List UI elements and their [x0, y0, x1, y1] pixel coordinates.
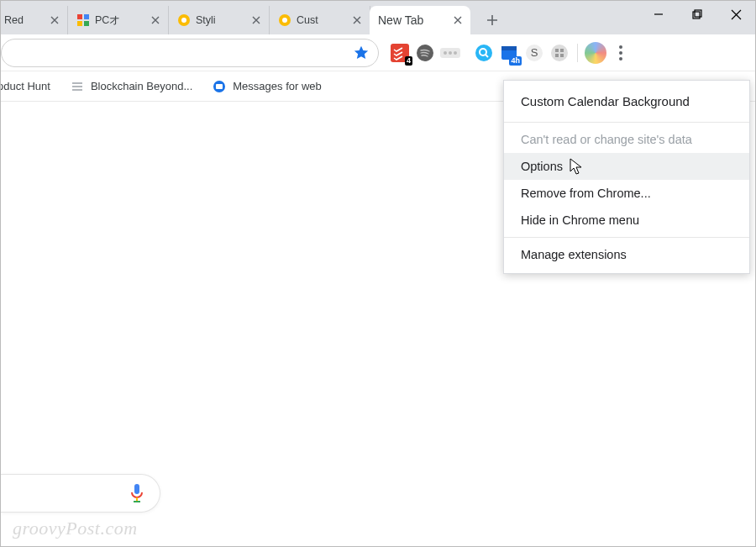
- tab-2[interactable]: Styli: [169, 6, 270, 34]
- extension-todoist-icon[interactable]: 4: [389, 42, 411, 64]
- svg-point-7: [282, 18, 287, 23]
- tab-0[interactable]: Red: [1, 6, 68, 34]
- maximize-button[interactable]: [678, 1, 717, 28]
- bookmark-label: Blockchain Beyond...: [91, 80, 192, 92]
- svg-rect-19: [501, 46, 517, 50]
- extension-badge: 4: [405, 56, 412, 66]
- extension-calendar-icon[interactable]: 4h: [498, 42, 520, 64]
- tab-3[interactable]: Cust: [270, 6, 370, 34]
- svg-point-16: [475, 45, 492, 61]
- svg-point-14: [449, 51, 452, 55]
- bookmark-product-hunt[interactable]: oduct Hunt: [0, 80, 50, 92]
- menu-item-hide[interactable]: Hide in Chrome menu: [504, 207, 749, 234]
- tab-label: PCオ: [95, 13, 144, 28]
- tab-label: Styli: [196, 14, 245, 26]
- profile-avatar[interactable]: [585, 42, 606, 64]
- favicon-icon: [177, 13, 191, 27]
- extension-search-icon[interactable]: [473, 42, 495, 64]
- svg-rect-3: [84, 21, 89, 26]
- svg-point-27: [619, 45, 622, 49]
- svg-point-29: [619, 57, 622, 60]
- bookmark-label: Messages for web: [233, 80, 322, 92]
- close-window-button[interactable]: [717, 1, 755, 28]
- extension-spotify-icon[interactable]: [414, 42, 436, 64]
- svg-rect-32: [134, 484, 139, 494]
- watermark-text: groovyPost.com: [13, 518, 138, 539]
- close-icon[interactable]: [250, 14, 262, 26]
- chrome-menu-button[interactable]: [610, 42, 632, 64]
- address-bar[interactable]: [1, 39, 379, 67]
- favicon-icon: [76, 13, 90, 27]
- tab-strip: Red PCオ Styli Cust New Tab: [1, 1, 755, 34]
- menu-item-label: Options: [521, 160, 563, 173]
- svg-rect-25: [555, 54, 559, 57]
- svg-rect-0: [77, 14, 82, 19]
- toolbar: 4 4h S: [1, 34, 755, 71]
- favicon-icon: [278, 13, 291, 27]
- svg-point-28: [619, 51, 622, 55]
- svg-rect-8: [693, 12, 700, 18]
- menu-title: Custom Calendar Background: [504, 86, 749, 118]
- svg-rect-26: [560, 54, 564, 57]
- menu-item-label: Can't read or change site's data: [521, 133, 692, 146]
- menu-item-manage-extensions[interactable]: Manage extensions: [504, 241, 749, 268]
- new-tab-button[interactable]: [480, 8, 504, 32]
- close-icon[interactable]: [150, 14, 161, 26]
- google-search-box[interactable]: [1, 474, 160, 513]
- tab-4[interactable]: New Tab: [370, 6, 470, 34]
- svg-rect-24: [560, 49, 564, 52]
- svg-rect-9: [695, 10, 701, 17]
- svg-point-15: [454, 51, 457, 55]
- menu-item-permissions: Can't read or change site's data: [504, 126, 749, 153]
- svg-text:S: S: [531, 46, 538, 59]
- extension-translate-icon[interactable]: [439, 42, 461, 64]
- extension-skype-icon[interactable]: S: [523, 42, 545, 64]
- menu-separator: [504, 122, 749, 123]
- close-icon[interactable]: [452, 14, 464, 26]
- menu-item-options[interactable]: Options: [504, 153, 749, 180]
- close-icon[interactable]: [351, 14, 363, 26]
- svg-point-13: [444, 51, 447, 55]
- favicon-icon: [213, 80, 226, 93]
- close-icon[interactable]: [49, 14, 60, 26]
- svg-rect-23: [555, 49, 559, 52]
- microphone-icon[interactable]: [129, 482, 144, 504]
- cursor-icon: [570, 158, 583, 176]
- svg-point-22: [551, 45, 568, 61]
- separator: [577, 44, 578, 62]
- bookmark-star-icon[interactable]: [353, 45, 370, 61]
- extension-context-menu: Custom Calendar Background Can't read or…: [503, 80, 750, 274]
- extension-qr-icon[interactable]: [549, 42, 570, 64]
- menu-item-label: Remove from Chrome...: [521, 187, 651, 200]
- menu-item-label: Hide in Chrome menu: [521, 213, 639, 227]
- minimize-button[interactable]: [639, 1, 678, 28]
- menu-separator: [504, 237, 749, 238]
- bookmark-messages[interactable]: Messages for web: [213, 80, 322, 93]
- svg-rect-1: [84, 14, 89, 19]
- window-controls: [639, 1, 755, 34]
- svg-point-5: [181, 18, 186, 23]
- menu-item-remove[interactable]: Remove from Chrome...: [504, 180, 749, 207]
- menu-item-label: Manage extensions: [521, 248, 627, 261]
- svg-rect-2: [77, 21, 82, 26]
- tab-label: Red: [4, 14, 44, 26]
- tab-label: New Tab: [378, 13, 447, 27]
- bookmark-blockchain[interactable]: Blockchain Beyond...: [71, 80, 192, 93]
- extension-badge: 4h: [509, 56, 522, 66]
- svg-rect-31: [216, 84, 223, 89]
- bookmark-label: oduct Hunt: [0, 80, 50, 92]
- tab-1[interactable]: PCオ: [68, 6, 169, 34]
- favicon-icon: [71, 80, 84, 93]
- tab-label: Cust: [297, 14, 346, 26]
